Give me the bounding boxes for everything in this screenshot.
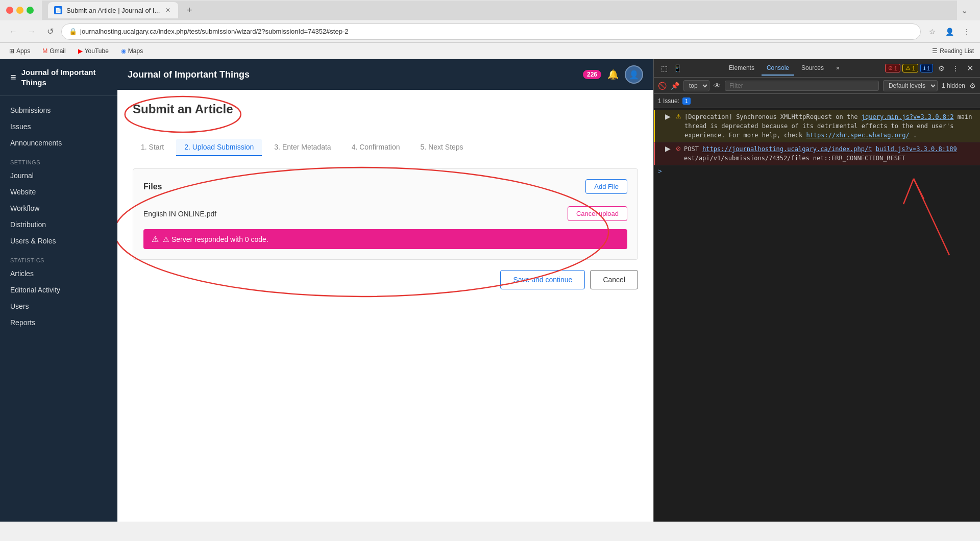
devtools-close-button[interactable]: ✕ [964,62,976,75]
console-entry-warn: ▶ ⚠ [Deprecation] Synchronous XMLHttpReq… [654,110,980,142]
sidebar-item-editorial-activity[interactable]: Editorial Activity [0,282,117,298]
wizard-steps: 1. Start 2. Upload Submission 3. Enter M… [133,139,638,156]
sidebar-item-announcements[interactable]: Announcements [0,135,117,151]
user-avatar[interactable]: 👤 [625,65,643,84]
eye-button[interactable]: 👁 [714,82,721,90]
add-file-button[interactable]: Add File [585,179,627,194]
devtools-warn-badge: ⚠ 1 [902,64,918,72]
sidebar-item-reports[interactable]: Reports [0,314,117,331]
devtools-device-button[interactable]: 📱 [671,62,683,75]
error-message: ⚠ Server responded with 0 code. [163,235,268,243]
bookmark-youtube[interactable]: ▶ YouTube [75,46,112,56]
cancel-upload-button[interactable]: Cancel upload [568,206,627,221]
console-link-xhr-spec[interactable]: https://xhr.spec.whatwg.org/ [806,132,909,139]
active-tab[interactable]: 📄 Submit an Article | Journal of I... ✕ [48,2,178,18]
devtools-error-badge: ⊘ 1 [885,64,900,72]
cancel-button[interactable]: Cancel [590,270,638,289]
wizard-step-5[interactable]: 5. Next Steps [412,139,472,156]
bookmark-gmail[interactable]: M Gmail [39,46,68,56]
refresh-button[interactable]: ↺ [43,24,57,39]
console-warn-text: [Deprecation] Synchronous XMLHttpRequest… [684,112,976,140]
wizard-step-2[interactable]: 2. Upload Submission [176,139,262,156]
avatar-icon: 👤 [629,70,639,80]
tab-bar: 📄 Submit an Article | Journal of I... ✕ … [42,1,957,20]
bookmark-apps[interactable]: ⊞ Apps [6,46,33,56]
reading-list[interactable]: ☰ Reading List [932,47,974,55]
devtools-badge-group: ⊘ 1 ⚠ 1 ℹ 1 ⚙ ⋮ ✕ [885,62,976,75]
address-bar[interactable]: 🔒 journalhosting.ucalgary.ca/index.php/t… [61,23,921,40]
file-name: English IN ONLINE.pdf [143,210,216,218]
title-bar: 📄 Submit an Article | Journal of I... ✕ … [0,0,980,20]
navigation-toolbar: ← → ↺ 🔒 journalhosting.ucalgary.ca/index… [0,20,980,43]
forward-button[interactable]: → [24,24,39,39]
log-level-selector[interactable]: Default levels [883,80,938,91]
gmail-icon: M [42,47,47,55]
clear-console-button[interactable]: 🚫 [658,82,667,90]
sidebar-item-website[interactable]: Website [0,184,117,200]
new-tab-button[interactable]: + [182,3,197,17]
devtools-settings-button[interactable]: ⚙ [935,62,947,75]
close-window-button[interactable] [6,7,13,14]
maps-icon: ◉ [121,47,126,55]
console-error-icon: ⊘ [676,145,681,152]
tab-close-button[interactable]: ✕ [164,6,172,14]
sidebar-nav: Submissions Issues Announcements Setting… [0,96,117,337]
console-link-build[interactable]: build.js?v=3.3.0.8:189 [876,145,957,153]
console-error-text: POST https://journalhosting.ucalgary.ca/… [684,144,976,163]
sidebar-item-users-roles[interactable]: Users & Roles [0,233,117,249]
menu-button[interactable]: ⋮ [960,24,974,39]
devtools-toolbar: ⬚ 📱 Elements Console Sources » ⊘ 1 ⚠ 1 ℹ… [654,59,980,78]
content-area: Submit an Article 1. Start 2. Upload Sub… [117,90,653,302]
back-button[interactable]: ← [6,24,20,39]
devtools-tab-console[interactable]: Console [762,61,794,76]
sidebar-item-articles[interactable]: Articles [0,265,117,282]
bookmarks-bar: ⊞ Apps M Gmail ▶ YouTube ◉ Maps ☰ Readin… [0,43,980,59]
notification-badge[interactable]: 226 [583,70,601,79]
bookmark-maps[interactable]: ◉ Maps [118,46,146,56]
window-maximize-icon: ⌄ [961,6,974,15]
console-error-extra: est/api/v1/submissions/74352/files net::… [684,155,905,162]
console-expand-warn[interactable]: ▶ [665,112,671,120]
wizard-step-4[interactable]: 4. Confirmation [344,139,408,156]
maximize-window-button[interactable] [27,7,34,14]
youtube-icon: ▶ [78,47,83,55]
bookmark-button[interactable]: ☆ [925,24,939,39]
console-link-journal[interactable]: https://journalhosting.ucalgary.ca/index… [702,145,872,153]
profile-button[interactable]: 👤 [942,24,957,39]
context-selector[interactable]: top [683,80,709,91]
save-continue-button[interactable]: Save and continue [500,270,585,289]
sidebar: ≡ Journal of Important Things Submission… [0,59,117,522]
header-journal-title: Journal of Important Things [128,69,250,80]
action-buttons: Save and continue Cancel [133,270,638,289]
devtools-tab-elements[interactable]: Elements [724,61,760,76]
wizard-step-1[interactable]: 1. Start [133,139,172,156]
wizard-step-3[interactable]: 3. Enter Metadata [266,139,339,156]
console-expand-error[interactable]: ▶ [665,144,671,153]
apps-icon: ⊞ [9,47,14,55]
devtools-inspect-button[interactable]: ⬚ [658,62,670,75]
devtools-filter-bar: 🚫 📌 top 👁 Default levels 1 hidden ⚙ [654,78,980,94]
files-header: Files Add File [143,179,627,194]
sidebar-item-submissions[interactable]: Submissions [0,102,117,118]
app-container: ≡ Journal of Important Things Submission… [0,59,980,522]
tab-title: Submit an Article | Journal of I... [66,7,160,14]
sidebar-item-workflow[interactable]: Workflow [0,200,117,216]
sidebar-journal-title: Journal of Important Things [21,67,107,87]
devtools-more-button[interactable]: ⋮ [949,62,962,75]
header-actions: 226 🔔 👤 [583,65,643,84]
page-header: Journal of Important Things 226 🔔 👤 [117,59,653,90]
sidebar-item-issues[interactable]: Issues [0,118,117,135]
devtools-tab-sources[interactable]: Sources [796,61,829,76]
console-filter-input[interactable] [725,81,879,91]
console-warn-icon: ⚠ [676,113,681,120]
sidebar-section-statistics: Statistics [0,253,117,265]
devtools-gear-icon[interactable]: ⚙ [969,82,976,90]
sidebar-item-users[interactable]: Users [0,298,117,314]
console-link-jquery[interactable]: jquery.min.js?v=3.3.0.8:2 [862,113,954,120]
sidebar-item-journal[interactable]: Journal [0,167,117,184]
devtools-console: ▶ ⚠ [Deprecation] Synchronous XMLHttpReq… [654,108,980,522]
sidebar-item-distribution[interactable]: Distribution [0,216,117,233]
devtools-tab-more[interactable]: » [831,61,845,76]
minimize-window-button[interactable] [16,7,23,14]
preserve-log-button[interactable]: 📌 [671,82,679,90]
